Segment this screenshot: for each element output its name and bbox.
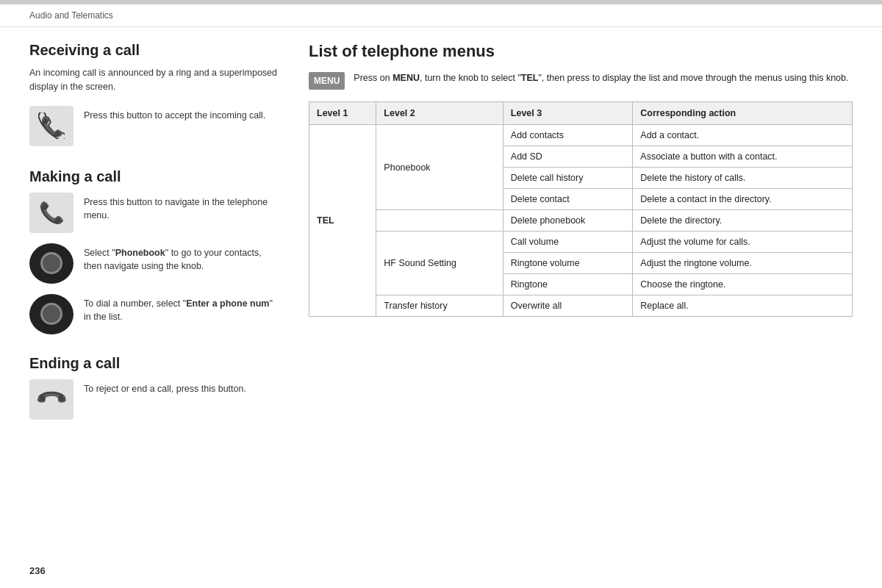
cell-tel: TEL: [309, 125, 376, 317]
cell-transfer-history: Transfer history: [376, 295, 503, 317]
accept-call-icon-box: 📞: [29, 106, 74, 146]
right-title: List of telephone menus: [309, 42, 853, 61]
table-row: Transfer history Overwrite all Replace a…: [309, 295, 853, 317]
col-level2: Level 2: [376, 102, 503, 125]
cell-add-contact-action: Add a contact.: [633, 125, 853, 146]
left-column: Receiving a call An incoming call is ann…: [29, 42, 279, 430]
ending-title: Ending a call: [29, 355, 279, 372]
receiving-desc: An incoming call is announced by a ring …: [29, 66, 279, 94]
telephone-menus-table: Level 1 Level 2 Level 3 Corresponding ac…: [309, 101, 853, 317]
ending-icon-text: To reject or end a call, press this butt…: [84, 379, 246, 396]
cell-delete-call-history: Delete call history: [503, 168, 633, 189]
section-receiving: Receiving a call An incoming call is ann…: [29, 42, 279, 146]
making-title: Making a call: [29, 168, 279, 185]
cell-ringtone: Ringtone: [503, 274, 633, 295]
making-icon-row-1: 📞 Press this button to navigate in the t…: [29, 193, 279, 233]
end-call-icon-box: 📞: [29, 379, 74, 420]
cell-add-contacts: Add contacts: [503, 125, 633, 146]
cell-ringtone-action: Choose the ringtone.: [633, 274, 853, 295]
right-column: List of telephone menus MENU Press on ME…: [309, 42, 853, 430]
knob-icon-2: [40, 303, 62, 325]
making-icon-text-2: Select "Phonebook" to go to your contact…: [84, 243, 279, 274]
cell-overwrite-all: Overwrite all: [503, 295, 633, 317]
table-row: TEL Phonebook Add contacts Add a contact…: [309, 125, 853, 146]
cell-delete-contact: Delete contact: [503, 189, 633, 210]
cell-overwrite-all-action: Replace all.: [633, 295, 853, 317]
cell-delete-phonebook-action: Delete the directory.: [633, 210, 853, 232]
phone-nav-icon: 📞: [39, 201, 65, 225]
col-level1: Level 1: [309, 102, 376, 125]
cell-phonebook: Phonebook: [376, 125, 503, 210]
col-action: Corresponding action: [633, 102, 853, 125]
navigate-phone-icon-box: 📞: [29, 193, 74, 233]
phone-accept-icon: 📞: [38, 112, 65, 139]
dial-knob-icon-box: [29, 294, 74, 334]
making-icon-text-1: Press this button to navigate in the tel…: [84, 193, 279, 223]
cell-delete-call-history-action: Delete the history of calls.: [633, 168, 853, 189]
table-row: Delete phonebook Delete the directory.: [309, 210, 853, 232]
menu-badge: MENU: [309, 72, 345, 90]
cell-ringtone-volume: Ringtone volume: [503, 253, 633, 274]
cell-delete-phonebook: Delete phonebook: [503, 210, 633, 232]
menu-hint-text: Press on MENU, turn the knob to select "…: [354, 71, 848, 85]
receiving-icon-row: 📞 Press this button to accept the incomi…: [29, 106, 279, 146]
cell-ringtone-volume-action: Adjust the ringtone volume.: [633, 253, 853, 274]
col-level3: Level 3: [503, 102, 633, 125]
cell-delete-contact-action: Delete a contact in the directory.: [633, 189, 853, 210]
making-icon-row-2: Select "Phonebook" to go to your contact…: [29, 243, 279, 284]
section-ending: Ending a call 📞 To reject or end a call,…: [29, 355, 279, 420]
cell-call-volume: Call volume: [503, 232, 633, 253]
receiving-icon-text: Press this button to accept the incoming…: [84, 106, 265, 123]
cell-add-sd: Add SD: [503, 146, 633, 168]
cell-add-sd-action: Associate a button with a contact.: [633, 146, 853, 168]
page-number: 236: [29, 565, 46, 576]
menu-hint-row: MENU Press on MENU, turn the knob to sel…: [309, 71, 853, 90]
phonebook-knob-icon-box: [29, 243, 74, 284]
cell-phonebook-empty: [376, 210, 503, 232]
receiving-title: Receiving a call: [29, 42, 279, 59]
svg-text:📞: 📞: [40, 115, 64, 138]
ending-icon-row: 📞 To reject or end a call, press this bu…: [29, 379, 279, 420]
table-row: HF Sound Setting Call volume Adjust the …: [309, 232, 853, 253]
making-icon-row-3: To dial a number, select "Enter a phone …: [29, 294, 279, 334]
cell-call-volume-action: Adjust the volume for calls.: [633, 232, 853, 253]
knob-icon: [40, 252, 62, 274]
making-icon-text-3: To dial a number, select "Enter a phone …: [84, 294, 279, 325]
section-making: Making a call 📞 Press this button to nav…: [29, 168, 279, 334]
phone-end-icon: 📞: [34, 381, 69, 417]
breadcrumb: Audio and Telematics: [0, 4, 882, 27]
cell-hf-sound: HF Sound Setting: [376, 232, 503, 295]
